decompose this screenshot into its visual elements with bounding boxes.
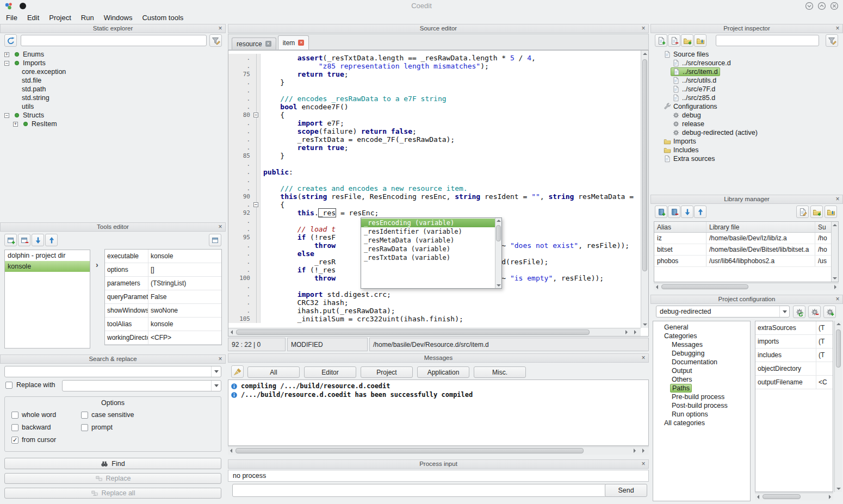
tree-item[interactable]: std.string	[2, 94, 222, 102]
close-panel-icon[interactable]: ×	[217, 223, 224, 231]
menu-item-custom-tools[interactable]: Custom tools	[137, 12, 188, 23]
search-combo[interactable]	[4, 366, 221, 377]
import-folder-button[interactable]	[694, 34, 706, 47]
editor-vscrollbar[interactable]	[641, 51, 648, 328]
expander-icon[interactable]: −	[4, 61, 9, 66]
tree-item[interactable]: Paths	[653, 384, 750, 393]
move-tool-up-button[interactable]	[45, 234, 58, 246]
messages-filter-misc[interactable]: Misc.	[474, 366, 526, 378]
expander-icon[interactable]: +	[4, 52, 9, 57]
vscroll-thumb[interactable]	[836, 329, 841, 368]
close-panel-icon[interactable]: ×	[640, 24, 647, 33]
tree-item[interactable]: −Structs	[2, 111, 222, 120]
editor-tab-resource[interactable]: resource×	[232, 38, 276, 49]
move-library-up-button[interactable]	[694, 206, 706, 218]
process-input-field[interactable]	[232, 484, 606, 497]
code-line[interactable]: 90 this(string resFile, ResEncoding resE…	[228, 192, 641, 201]
inspector-filter-button[interactable]	[826, 34, 838, 47]
scroll-down-arrow[interactable]	[643, 323, 647, 326]
property-value[interactable]: swoNone	[148, 307, 180, 314]
code-line[interactable]: . /// encodes _resRawData to a e7F strin…	[228, 95, 641, 103]
property-row[interactable]: workingDirectory<CFP>	[105, 331, 221, 345]
replace-combo[interactable]	[62, 380, 221, 391]
property-value[interactable]: []	[148, 266, 157, 273]
hscroll-thumb[interactable]	[661, 284, 748, 289]
code-line[interactable]: .	[228, 176, 641, 184]
message-item[interactable]: compiling /.../build/resource.d.coedit	[231, 382, 646, 390]
property-value[interactable]: (TStringList)	[148, 279, 188, 287]
tree-item[interactable]: std.path	[2, 85, 222, 94]
code-line[interactable]: 105 _initialSum = crc322uint(ihash.finis…	[228, 315, 641, 323]
code-line[interactable]: 85 }	[228, 152, 641, 160]
tree-item[interactable]: debug-redirected (active)	[653, 128, 841, 137]
code-line[interactable]: . assert(_resTxtData.length == _resRawDa…	[228, 54, 641, 62]
tree-item[interactable]: ../src/item.d	[653, 67, 841, 76]
dropdown-arrow-icon[interactable]	[211, 366, 221, 377]
code-editor[interactable]: . assert(_resTxtData.length == _resRawDa…	[228, 50, 649, 337]
expander-icon[interactable]: +	[13, 122, 18, 127]
checkbox-from-cursor[interactable]: ✓from cursor	[11, 436, 81, 444]
tree-item[interactable]: Output	[653, 366, 750, 375]
tree-item[interactable]: Includes	[653, 146, 841, 154]
tree-item[interactable]: release	[653, 120, 841, 128]
code-line[interactable]: .	[228, 160, 641, 168]
code-line[interactable]: . import std.digest.crc;	[228, 290, 641, 298]
scroll-right-arrow[interactable]	[634, 449, 636, 453]
dropdown-arrow-icon[interactable]	[211, 381, 221, 391]
popup-scrollbar[interactable]	[495, 218, 501, 288]
scroll-up-arrow[interactable]	[836, 323, 841, 325]
messages-hscrollbar[interactable]	[228, 446, 649, 455]
code-line[interactable]: 92 this._res = resEnc;	[228, 209, 641, 217]
checkbox-box[interactable]	[11, 424, 18, 431]
tree-item[interactable]: +Enums	[2, 50, 222, 59]
code-line[interactable]: . "z85 representation length mismatches"…	[228, 62, 641, 70]
code-line[interactable]: .− {	[228, 201, 641, 209]
tree-item[interactable]: Documentation	[653, 358, 750, 366]
property-row[interactable]: options[]	[105, 263, 221, 277]
scroll-down-arrow[interactable]	[497, 284, 501, 287]
scroll-right-arrow[interactable]	[642, 449, 644, 453]
popup-scroll-thumb[interactable]	[496, 225, 501, 241]
table-row[interactable]: phobos/usr/lib64/libphobos2.a/us	[654, 256, 838, 267]
tree-item[interactable]: Debugging	[653, 349, 750, 358]
code-line[interactable]: . CRC32 ihash;	[228, 298, 641, 307]
tree-item[interactable]: Imports	[653, 137, 841, 146]
tree-item[interactable]: Categories	[653, 332, 750, 340]
scroll-left-arrow[interactable]	[230, 449, 232, 453]
scroll-up-arrow[interactable]	[833, 224, 837, 226]
property-row[interactable]: showWindowsswoNone	[105, 304, 221, 318]
scroll-right-arrow[interactable]	[625, 330, 628, 334]
column-header-libraryfile[interactable]: Library file	[706, 222, 815, 232]
property-value[interactable]: (T	[816, 324, 827, 332]
add-folder-button[interactable]	[681, 34, 693, 47]
close-panel-icon[interactable]: ×	[640, 354, 647, 362]
property-value[interactable]: (T	[816, 338, 827, 345]
list-item[interactable]: konsole	[5, 261, 90, 272]
messages-filter-editor[interactable]: Editor	[304, 366, 356, 378]
replace-with-checkbox[interactable]	[5, 382, 13, 389]
code-line[interactable]: . }	[228, 78, 641, 86]
find-button[interactable]: Find	[4, 458, 221, 469]
table-row[interactable]: bitset/home/basile/Dev/Bitset/lib/bitset…	[654, 244, 838, 256]
symbol-search-input[interactable]	[21, 35, 207, 46]
close-panel-icon[interactable]: ×	[834, 24, 841, 33]
remove-library-button[interactable]	[668, 206, 680, 218]
minimize-icon[interactable]	[805, 2, 814, 10]
tab-close-icon[interactable]: ×	[298, 40, 304, 46]
scroll-up-arrow[interactable]	[643, 53, 647, 55]
checkbox-prompt[interactable]: prompt	[81, 424, 214, 431]
property-value[interactable]: False	[148, 293, 169, 301]
close-panel-icon[interactable]: ×	[640, 460, 647, 468]
tree-item[interactable]: std.file	[2, 76, 222, 85]
completion-item[interactable]: _resMetaData (variable)	[361, 236, 495, 245]
add-config-button[interactable]	[823, 306, 836, 318]
close-panel-icon[interactable]: ×	[217, 24, 224, 33]
list-item[interactable]: dolphin - project dir	[5, 250, 90, 261]
scroll-right-arrow[interactable]	[634, 330, 636, 334]
expander-icon[interactable]: −	[4, 113, 9, 118]
editor-hscrollbar[interactable]	[228, 328, 641, 336]
scroll-down-arrow[interactable]	[833, 277, 837, 279]
code-line[interactable]: 80− {	[228, 111, 641, 119]
tree-item[interactable]: utils	[2, 102, 222, 111]
code-line[interactable]: . return true;	[228, 144, 641, 152]
